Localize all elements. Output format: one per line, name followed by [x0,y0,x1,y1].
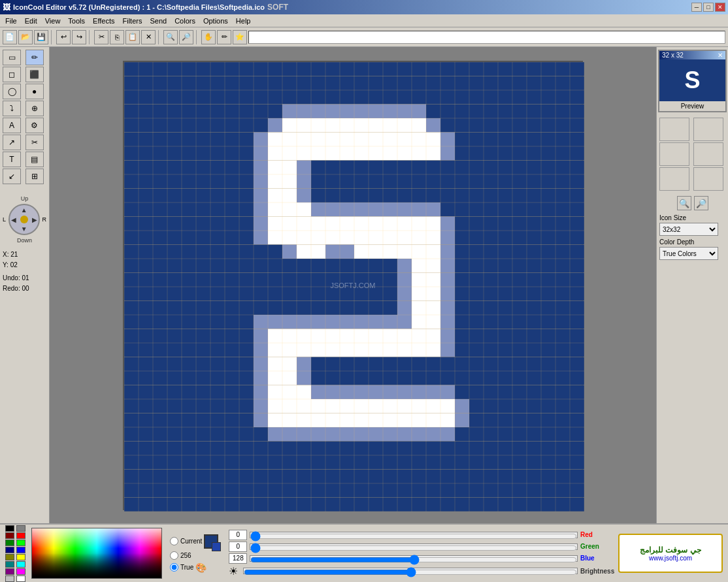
menu-edit[interactable]: Edit [21,16,41,26]
swatch-gray[interactable] [16,525,25,532]
grid-tool[interactable]: ▤ [25,152,44,167]
swatch-dark-green[interactable] [5,540,14,546]
menu-colors[interactable]: Colors [171,16,199,26]
menu-filters[interactable]: Filters [118,16,146,26]
red-slider[interactable] [250,534,577,539]
nav-down-arrow[interactable]: ▼ [21,225,27,233]
type-tool[interactable]: T [3,152,21,167]
fill-tool[interactable]: ⬛ [25,67,44,82]
hand-button[interactable]: ✋ [201,30,216,44]
swatch-olive[interactable] [5,554,14,560]
right-label: R [42,216,46,223]
menu-file[interactable]: File [1,16,21,26]
swatch-dark-red[interactable] [5,532,14,539]
settings-tool[interactable]: ⚙ [25,118,44,133]
blue-slider[interactable] [250,557,577,562]
green-value-input[interactable] [229,542,247,552]
ellipse-tool[interactable]: ◯ [3,84,21,99]
menu-help[interactable]: Help [232,16,255,26]
nav-up-arrow[interactable]: ▲ [21,206,27,214]
pencil-tool[interactable]: ✏ [25,50,44,65]
nav-left-arrow[interactable]: ◀ [11,216,16,223]
red-value-input[interactable] [229,530,247,540]
nav-right-arrow[interactable]: ▶ [32,216,37,223]
green-slider[interactable] [250,545,577,551]
scissors-tool[interactable]: ✂ [25,135,44,150]
swatch-cyan[interactable] [16,561,25,568]
zoom-icon-tool[interactable]: 🔎 [694,196,708,210]
maximize-button[interactable]: □ [703,3,714,12]
menu-send[interactable]: Send [146,16,171,26]
color-palette[interactable] [31,528,162,579]
color-depth-label: Color Depth [659,238,725,246]
swatch-yellow[interactable] [16,554,25,560]
red-slider-track[interactable] [250,532,578,538]
brightness-icon: ☀ [229,565,238,577]
color-pick-tool[interactable]: ⤵ [3,101,21,116]
search-icon-tool[interactable]: 🔍 [677,196,691,210]
blue-slider-row: Blue [229,553,613,564]
x-coord: X: 21 [3,250,46,260]
filled-ellipse-tool[interactable]: ● [25,84,44,99]
green-slider-track[interactable] [250,543,578,550]
minimize-button[interactable]: ─ [691,3,702,12]
menu-view[interactable]: View [41,16,65,26]
plus-tool[interactable]: ⊞ [25,169,44,184]
cut-button[interactable]: ✂ [94,30,108,44]
blue-slider-track[interactable] [250,555,578,562]
zoom-tool[interactable]: ⊕ [25,101,44,116]
new-button[interactable]: 📄 [3,30,17,44]
menu-options[interactable]: Options [199,16,232,26]
icon-size-control: Icon Size 32x32 16x16 48x48 64x64 [659,214,725,236]
delete-button[interactable]: ✕ [141,30,156,44]
search-button[interactable]: 🔍 [163,30,178,44]
zoom-in-button[interactable]: 🔎 [179,30,193,44]
pixel-canvas[interactable]: JSOFTJ.COM [123,61,583,510]
brightness-slider[interactable] [244,570,577,575]
close-button[interactable]: ✕ [715,3,725,12]
swatch-blue[interactable] [16,547,25,553]
arrow-tool[interactable]: ↗ [3,135,21,150]
brightness-label: Brightness [580,568,613,575]
swatch-dark-blue[interactable] [5,547,14,553]
swatch-teal[interactable] [5,561,14,568]
preview-label: Preview [659,101,725,111]
swatch-white[interactable] [16,575,25,582]
swatch-magenta[interactable] [16,568,25,575]
radio-256-input[interactable] [170,551,178,560]
swatch-green[interactable] [16,540,25,546]
swatch-silver[interactable] [5,575,14,582]
brightness-slider-track[interactable] [243,568,578,574]
select-tool[interactable]: ▭ [3,50,21,65]
preview-close-btn[interactable]: ✕ [718,52,723,59]
swatch-purple[interactable] [5,568,14,575]
undo-count: Undo: 01 [3,273,46,283]
nav-joystick[interactable]: ▲ ▼ ◀ ▶ [8,204,40,235]
open-button[interactable]: 📂 [18,30,33,44]
save-button[interactable]: 💾 [34,30,48,44]
blue-value-input[interactable] [229,553,247,564]
paste-button[interactable]: 📋 [125,30,140,44]
menu-tools[interactable]: Tools [64,16,89,26]
app-title: 🖼 IconCool Editor v5.72 (UnRegistered) :… [3,3,293,12]
swatch-black[interactable] [5,525,14,532]
radio-true-input[interactable] [170,563,178,572]
current-color-square-small [212,542,221,551]
color-picker-icon[interactable]: 🎨 [195,562,207,573]
rect-tool[interactable]: ◻ [3,67,21,82]
preview-icon: S [659,59,725,101]
icon-size-select[interactable]: 32x32 16x16 48x48 64x64 [659,223,718,236]
move-tool[interactable]: ↙ [3,169,21,184]
canvas-area[interactable]: JSOFTJ.COM [50,47,656,523]
copy-button[interactable]: ⎘ [110,30,124,44]
swatch-red[interactable] [16,532,25,539]
color-depth-select[interactable]: True Colors 256 Colors 16 Colors [659,247,718,260]
undo-button[interactable]: ↩ [56,30,71,44]
pen-button[interactable]: ✏ [217,30,231,44]
text-tool[interactable]: A [3,118,21,133]
redo-button[interactable]: ↪ [72,30,86,44]
address-bar[interactable] [248,31,725,44]
special-button[interactable]: ⭐ [233,30,247,44]
radio-current-input[interactable] [170,537,178,545]
menu-effects[interactable]: Effects [89,16,118,26]
